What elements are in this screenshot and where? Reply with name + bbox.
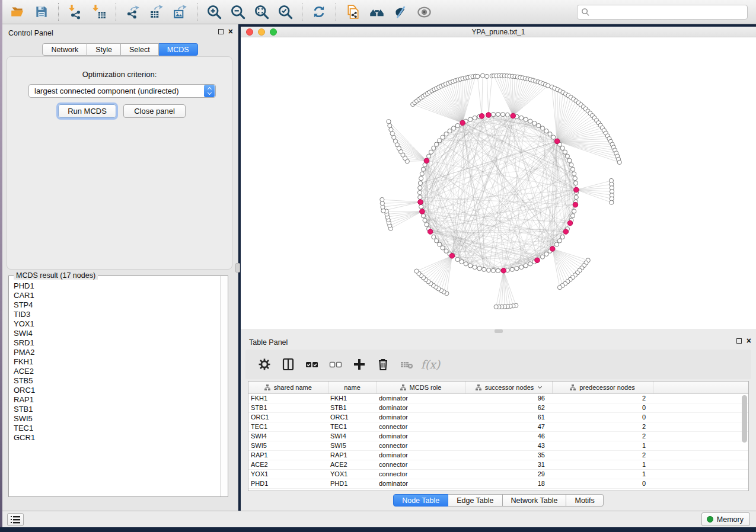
mcds-hub-node[interactable]: [420, 209, 425, 214]
table-cell[interactable]: connector: [377, 460, 465, 469]
table-cell[interactable]: YOX1: [248, 469, 328, 479]
network-node[interactable]: [544, 129, 548, 133]
table-cell[interactable]: [653, 412, 748, 422]
network-node[interactable]: [565, 154, 569, 158]
network-node[interactable]: [427, 154, 431, 158]
table-cell[interactable]: PHD1: [248, 479, 328, 488]
table-cell[interactable]: ORC1: [328, 412, 377, 422]
zoom-selected-icon[interactable]: [275, 2, 295, 22]
network-node[interactable]: [532, 121, 537, 126]
mcds-hub-node[interactable]: [574, 187, 579, 193]
run-mcds-button[interactable]: Run MCDS: [58, 104, 116, 118]
column-layout-icon[interactable]: [277, 354, 299, 375]
delete-column-icon[interactable]: [372, 354, 394, 375]
network-node[interactable]: [505, 113, 509, 117]
table-cell[interactable]: connector: [377, 441, 465, 450]
network-node[interactable]: [425, 223, 429, 227]
mcds-hub-node[interactable]: [486, 113, 492, 118]
network-node[interactable]: [548, 132, 552, 136]
network-node[interactable]: [574, 195, 578, 199]
zoom-in-icon[interactable]: [204, 2, 224, 22]
mcds-result-item[interactable]: PMA2: [14, 348, 220, 357]
network-node[interactable]: [557, 239, 562, 243]
mcds-result-item[interactable]: PHD1: [14, 281, 220, 291]
network-node[interactable]: [500, 113, 505, 117]
network-node[interactable]: [438, 242, 442, 246]
network-node[interactable]: [480, 73, 484, 78]
network-node[interactable]: [519, 265, 524, 269]
table-row[interactable]: SWI4SWI4dominator462: [248, 431, 748, 441]
network-graph-canvas[interactable]: [241, 37, 756, 329]
table-cell[interactable]: 47: [465, 422, 552, 431]
table-row[interactable]: FKH1FKH1dominator962: [248, 393, 748, 403]
table-cell[interactable]: 2: [552, 393, 653, 403]
network-node[interactable]: [464, 262, 468, 266]
network-node[interactable]: [617, 160, 621, 164]
network-node[interactable]: [560, 146, 564, 150]
network-node[interactable]: [486, 268, 490, 272]
table-cell[interactable]: 31: [465, 460, 552, 469]
mcds-hub-node[interactable]: [535, 258, 540, 263]
table-row[interactable]: TEC1TEC1connector472: [248, 422, 748, 431]
mcds-hub-node[interactable]: [449, 253, 455, 258]
network-node[interactable]: [455, 123, 460, 127]
network-node[interactable]: [570, 214, 575, 218]
refresh-icon[interactable]: [309, 2, 329, 22]
hide-graphics-details-icon[interactable]: [390, 2, 410, 22]
table-cell[interactable]: 35: [465, 450, 552, 460]
network-node[interactable]: [496, 112, 500, 116]
network-node[interactable]: [420, 172, 424, 176]
mcds-hub-node[interactable]: [428, 229, 433, 235]
network-node[interactable]: [557, 286, 562, 290]
task-history-button[interactable]: [7, 513, 24, 526]
mcds-hub-node[interactable]: [460, 120, 465, 126]
table-row[interactable]: ACE2ACE2connector311: [248, 460, 748, 469]
tab-edge-table[interactable]: Edge Table: [448, 494, 502, 507]
table-cell[interactable]: dominator: [377, 479, 465, 488]
table-cell[interactable]: 96: [465, 393, 552, 403]
network-node[interactable]: [441, 135, 445, 139]
network-node[interactable]: [429, 150, 433, 154]
network-node[interactable]: [537, 123, 541, 127]
table-cell[interactable]: dominator: [377, 412, 465, 422]
network-node[interactable]: [496, 268, 500, 273]
network-node[interactable]: [434, 239, 438, 243]
column-header-MCDS-role[interactable]: MCDS role: [377, 382, 465, 393]
network-window-titlebar[interactable]: YPA_prune.txt_1: [241, 27, 756, 37]
open-file-icon[interactable]: [8, 2, 28, 22]
table-row[interactable]: STB1STB1dominator620: [248, 403, 748, 412]
table-cell[interactable]: STB1: [248, 403, 328, 412]
mcds-result-item[interactable]: SWI4: [14, 329, 220, 338]
mcds-result-scrollbar[interactable]: [220, 276, 228, 496]
network-node[interactable]: [476, 74, 480, 78]
network-node[interactable]: [554, 242, 559, 246]
select-all-icon[interactable]: [301, 354, 323, 375]
network-node[interactable]: [560, 235, 564, 239]
network-node[interactable]: [540, 255, 544, 259]
memory-button[interactable]: Memory: [701, 512, 750, 526]
table-cell[interactable]: SWI5: [248, 441, 328, 450]
network-node[interactable]: [418, 195, 422, 199]
mcds-result-item[interactable]: YOX1: [14, 319, 220, 329]
save-session-icon[interactable]: [31, 2, 52, 22]
network-node[interactable]: [528, 119, 532, 123]
mcds-result-item[interactable]: GCR1: [14, 433, 220, 443]
table-scrollbar[interactable]: [742, 395, 747, 488]
table-cell[interactable]: dominator: [377, 431, 465, 441]
table-cell[interactable]: RAP1: [328, 450, 377, 460]
mcds-result-item[interactable]: STB1: [14, 405, 220, 414]
table-cell[interactable]: ORC1: [248, 412, 328, 422]
table-cell[interactable]: SWI4: [248, 431, 328, 441]
network-node[interactable]: [540, 126, 544, 130]
table-cell[interactable]: 43: [465, 441, 552, 450]
table-cell[interactable]: connector: [377, 469, 465, 479]
table-cell[interactable]: ACE2: [248, 460, 328, 469]
network-node[interactable]: [551, 135, 556, 139]
table-cell[interactable]: 2: [552, 450, 653, 460]
table-cell[interactable]: TEC1: [328, 422, 377, 431]
mcds-result-item[interactable]: STP4: [14, 300, 220, 310]
table-cell[interactable]: YOX1: [328, 469, 377, 479]
table-cell[interactable]: 0: [552, 403, 653, 412]
column-header-shared-name[interactable]: shared name: [248, 382, 328, 393]
network-node[interactable]: [421, 214, 425, 218]
